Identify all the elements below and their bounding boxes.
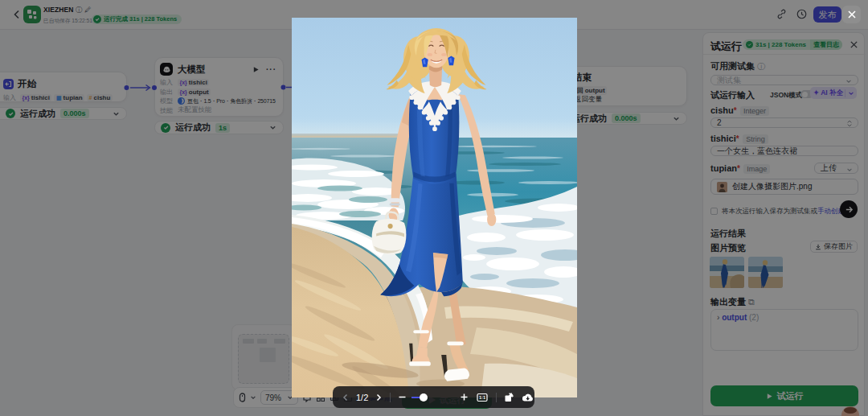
svg-text:1:1: 1:1	[479, 395, 485, 400]
